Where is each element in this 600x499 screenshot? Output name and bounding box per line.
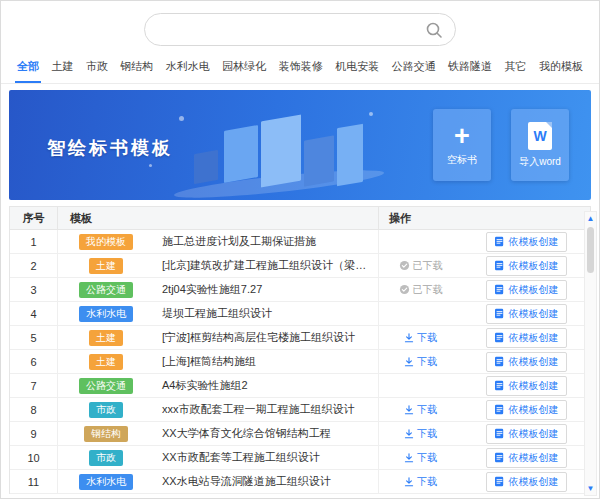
tab-item-9[interactable]: 公路交通	[390, 53, 438, 83]
create-from-template-label: 依模板创建	[509, 451, 559, 465]
table-header: 序号 模板 操作	[10, 207, 590, 230]
download-icon	[404, 453, 414, 463]
table-row: 10 市政 XX市政配套等工程施工组织设计 下载 依模板创建	[10, 446, 590, 470]
create-from-template-button[interactable]: 依模板创建	[486, 376, 567, 396]
tab-item-2[interactable]: 土建	[49, 53, 75, 83]
create-from-template-button[interactable]: 依模板创建	[486, 448, 567, 468]
create-from-template-button[interactable]: 依模板创建	[486, 472, 567, 492]
row-index: 3	[10, 278, 58, 301]
table-row: 11 水利水电 XX水电站导流洞隧道施工组织设计 下载 依模板创建	[10, 470, 590, 494]
table-row: 7 公路交通 A4标实验性施组2 依模板创建	[10, 374, 590, 398]
tab-item-12[interactable]: 我的模板	[537, 53, 585, 83]
download-status-cell: 已下载	[378, 278, 462, 301]
create-from-template-button[interactable]: 依模板创建	[486, 232, 567, 252]
tab-item-8[interactable]: 机电安装	[333, 53, 381, 83]
create-doc-icon	[494, 308, 505, 319]
downloaded-status: 已下载	[399, 259, 443, 273]
check-circle-icon	[399, 260, 410, 271]
template-title: XX大学体育文化综合馆钢结构工程	[154, 422, 378, 445]
create-doc-icon	[494, 404, 505, 415]
category-tag: 市政	[89, 402, 123, 418]
import-word-button[interactable]: W 导入word	[511, 109, 569, 181]
download-icon	[404, 405, 414, 415]
plus-icon: +	[454, 124, 470, 148]
row-index: 6	[10, 350, 58, 373]
tab-item-6[interactable]: 园林绿化	[220, 53, 268, 83]
template-library-page: 全部土建市政钢结构水利水电园林绿化装饰装修机电安装公路交通铁路隧道其它我的模板 …	[0, 0, 600, 499]
import-word-label: 导入word	[519, 155, 561, 169]
create-doc-icon	[494, 260, 505, 271]
tab-item-11[interactable]: 其它	[503, 53, 529, 83]
create-from-template-button[interactable]: 依模板创建	[486, 256, 567, 276]
check-circle-icon	[399, 284, 410, 295]
tab-item-10[interactable]: 铁路隧道	[446, 53, 494, 83]
download-status-cell: 已下载	[378, 254, 462, 277]
header-operation: 操作	[378, 207, 590, 229]
banner-title: 智绘标书模板	[47, 136, 173, 160]
search-box[interactable]	[144, 13, 456, 46]
create-from-template-button[interactable]: 依模板创建	[486, 304, 567, 324]
tab-item-5[interactable]: 水利水电	[164, 53, 212, 83]
download-status-cell: 下载	[378, 398, 462, 421]
create-from-template-button[interactable]: 依模板创建	[486, 328, 567, 348]
table-row: 5 土建 [宁波]框剪结构高层住宅楼施工组织设计 下载 依模板创建	[10, 326, 590, 350]
create-from-template-button[interactable]: 依模板创建	[486, 400, 567, 420]
template-title: [上海]框筒结构施组	[154, 350, 378, 373]
create-doc-icon	[494, 236, 505, 247]
download-link[interactable]: 下载	[404, 451, 437, 465]
download-status-cell: 下载	[378, 350, 462, 373]
download-link[interactable]: 下载	[404, 475, 437, 489]
row-index: 9	[10, 422, 58, 445]
search-input[interactable]	[145, 14, 455, 45]
category-tag: 我的模板	[79, 234, 133, 250]
create-from-template-button[interactable]: 依模板创建	[486, 352, 567, 372]
template-table: 序号 模板 操作 1 我的模板 施工总进度计划及工期保证措施 依模板创建 2 土…	[9, 206, 591, 494]
category-tag: 公路交通	[79, 378, 133, 394]
header-template: 模板	[58, 207, 378, 229]
tab-item-7[interactable]: 装饰装修	[277, 53, 325, 83]
download-link[interactable]: 下载	[404, 427, 437, 441]
word-doc-icon: W	[528, 122, 552, 150]
category-tag: 土建	[89, 330, 123, 346]
create-from-template-label: 依模板创建	[509, 235, 559, 249]
category-tag: 水利水电	[79, 306, 133, 322]
create-from-template-button[interactable]: 依模板创建	[486, 280, 567, 300]
create-doc-icon	[494, 284, 505, 295]
download-link[interactable]: 下载	[404, 331, 437, 345]
create-doc-icon	[494, 452, 505, 463]
empty-bid-button[interactable]: + 空标书	[433, 109, 491, 181]
empty-bid-label: 空标书	[447, 153, 477, 167]
table-row: 2 土建 [北京]建筑改扩建工程施工组织设计（梁板式筏形基础、框架结构） 已下载…	[10, 254, 590, 278]
row-index: 8	[10, 398, 58, 421]
scroll-down-arrow[interactable]: ▼	[585, 482, 596, 495]
template-title: 施工总进度计划及工期保证措施	[154, 230, 378, 253]
tab-item-4[interactable]: 钢结构	[118, 53, 155, 83]
template-title: XX水电站导流洞隧道施工组织设计	[154, 470, 378, 493]
create-doc-icon	[494, 380, 505, 391]
scrollbar[interactable]: ▲ ▼	[584, 211, 597, 496]
search-icon[interactable]	[425, 21, 443, 39]
table-row: 1 我的模板 施工总进度计划及工期保证措施 依模板创建	[10, 230, 590, 254]
create-from-template-label: 依模板创建	[509, 307, 559, 321]
create-from-template-button[interactable]: 依模板创建	[486, 424, 567, 444]
row-index: 10	[10, 446, 58, 469]
row-index: 7	[10, 374, 58, 397]
banner-tiles: + 空标书 W 导入word	[433, 109, 569, 181]
table-row: 4 水利水电 堤坝工程施工组织设计 依模板创建	[10, 302, 590, 326]
template-title: [宁波]框剪结构高层住宅楼施工组织设计	[154, 326, 378, 349]
row-index: 11	[10, 470, 58, 493]
scrollbar-thumb[interactable]	[587, 227, 594, 273]
category-tag: 市政	[89, 450, 123, 466]
banner: 智绘标书模板 + 空标书 W 导入word	[9, 90, 591, 200]
download-icon	[404, 357, 414, 367]
create-from-template-label: 依模板创建	[509, 403, 559, 417]
create-from-template-label: 依模板创建	[509, 283, 559, 297]
scroll-up-arrow[interactable]: ▲	[585, 212, 596, 225]
download-link[interactable]: 下载	[404, 403, 437, 417]
table-body: 1 我的模板 施工总进度计划及工期保证措施 依模板创建 2 土建 [北京]建筑改…	[10, 230, 590, 494]
scrollbar-track[interactable]	[585, 225, 596, 482]
tab-item-3[interactable]: 市政	[84, 53, 110, 83]
download-link[interactable]: 下载	[404, 355, 437, 369]
tab-item-1[interactable]: 全部	[15, 53, 41, 83]
template-title: XX市政配套等工程施工组织设计	[154, 446, 378, 469]
